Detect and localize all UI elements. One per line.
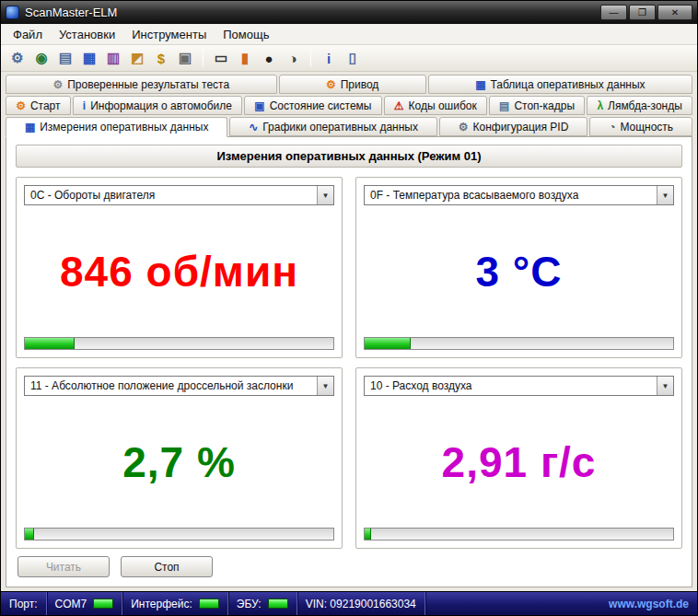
terminal-icon[interactable]: ▭ bbox=[210, 48, 232, 69]
pid-select[interactable]: 0C - Обороты двигателя ▼ bbox=[24, 185, 334, 205]
pid-select[interactable]: 0F - Температура всасываемого воздуха ▼ bbox=[364, 185, 674, 205]
toolbar-separator bbox=[310, 49, 311, 67]
tab-drive[interactable]: ⚙Привод bbox=[279, 75, 426, 94]
progress-bar bbox=[364, 337, 674, 350]
port-led bbox=[93, 599, 113, 609]
info-icon[interactable]: i bbox=[318, 48, 340, 69]
ecu-status: ЭБУ: bbox=[228, 592, 297, 615]
chevron-down-icon[interactable]: ▼ bbox=[657, 377, 673, 395]
tab-label: Измерения оперативных данных bbox=[40, 121, 208, 134]
port-status: COM7 bbox=[47, 592, 123, 615]
menu-bar: ФайлУстановкиИнструментыПомощь bbox=[1, 24, 697, 45]
menu-file[interactable]: Файл bbox=[5, 25, 51, 44]
tab-label: Стоп-кадры bbox=[514, 99, 575, 112]
gear-icon: ⚙ bbox=[326, 79, 336, 90]
tab-trouble-codes[interactable]: ⚠Коды ошибок bbox=[384, 96, 487, 115]
read-button[interactable]: Читать bbox=[17, 556, 110, 577]
devices-icon[interactable]: ▯ bbox=[342, 48, 364, 69]
port-value: COM7 bbox=[55, 598, 87, 610]
menu-settings[interactable]: Установки bbox=[51, 25, 123, 44]
progress-fill bbox=[365, 529, 371, 540]
ecu-led bbox=[268, 599, 288, 609]
clock-icon[interactable]: ◑ bbox=[282, 48, 304, 69]
tab-live-data-table[interactable]: ▦Таблица оперативных данных bbox=[428, 75, 692, 94]
graph-icon: ∿ bbox=[249, 122, 258, 133]
pid-select-value: 0C - Обороты двигателя bbox=[30, 189, 155, 202]
chevron-down-icon[interactable]: ▼ bbox=[317, 186, 333, 204]
menu-tools[interactable]: Инструменты bbox=[123, 25, 215, 44]
chart-icon[interactable]: ▥ bbox=[102, 48, 124, 69]
palette-icon[interactable]: ◩ bbox=[126, 48, 148, 69]
gear-icon: ⚙ bbox=[52, 79, 63, 90]
pid-select-value: 10 - Расход воздуха bbox=[370, 379, 471, 392]
vin-value: VIN: 09219001663034 bbox=[297, 592, 425, 615]
interface-status: Интерфейс: bbox=[122, 592, 228, 615]
pid-select[interactable]: 11 - Абсолютное положение дроссельной за… bbox=[24, 376, 334, 396]
tab-row-3: ▦Измерения оперативных данных∿Графики оп… bbox=[6, 117, 692, 136]
globe-icon[interactable]: ◉ bbox=[30, 48, 52, 69]
title-bar: ScanMaster-ELM — ❐ ✕ bbox=[1, 1, 697, 24]
progress-fill bbox=[25, 338, 75, 349]
tab-label: Таблица оперативных данных bbox=[491, 78, 646, 91]
tab-label: Конфигурация PID bbox=[472, 121, 568, 134]
interface-label: Интерфейс: bbox=[131, 598, 192, 610]
progress-fill bbox=[25, 529, 34, 540]
tab-live-measurements[interactable]: ▦Измерения оперативных данных bbox=[6, 117, 227, 137]
gear-icon: ⚙ bbox=[459, 122, 469, 133]
tab-label: Проверенные результаты теста bbox=[67, 78, 229, 91]
panel-throttle-position: 11 - Абсолютное положение дроссельной за… bbox=[16, 367, 343, 549]
battery-icon[interactable]: ▮ bbox=[234, 48, 256, 69]
clipboard-icon[interactable]: ▣ bbox=[174, 48, 196, 69]
tab-lambda-sensors[interactable]: λЛямбда-зонды bbox=[587, 96, 692, 115]
chevron-down-icon[interactable]: ▼ bbox=[317, 377, 333, 395]
panel-engine-rpm: 0C - Обороты двигателя ▼ 846 об/мин bbox=[16, 177, 343, 358]
document-icon[interactable]: ▤ bbox=[54, 48, 76, 69]
tab-label: Мощность bbox=[620, 121, 673, 134]
live-value: 2,7 % bbox=[24, 396, 334, 528]
panel-air-flow: 10 - Расход воздуха ▼ 2,91 г/с bbox=[355, 367, 682, 549]
tab-freeze-frames[interactable]: ▤Стоп-кадры bbox=[489, 96, 585, 115]
pid-select-value: 0F - Температура всасываемого воздуха bbox=[370, 189, 578, 202]
wrench-icon[interactable]: ⚙ bbox=[6, 48, 29, 69]
live-value: 3 °C bbox=[364, 205, 674, 337]
tab-row-1: ⚙Проверенные результаты теста⚙Привод▦Таб… bbox=[6, 75, 692, 94]
progress-bar bbox=[24, 528, 334, 540]
live-value: 2,91 г/с bbox=[364, 396, 674, 528]
pid-select[interactable]: 10 - Расход воздуха ▼ bbox=[364, 376, 674, 396]
menu-help[interactable]: Помощь bbox=[215, 25, 277, 44]
tab-label: Коды ошибок bbox=[409, 99, 477, 112]
panel-intake-air-temp: 0F - Температура всасываемого воздуха ▼ … bbox=[355, 177, 682, 358]
progress-bar bbox=[364, 528, 674, 540]
progress-fill bbox=[365, 338, 411, 349]
tab-label: Информация о автомобиле bbox=[90, 99, 232, 112]
app-window: ScanMaster-ELM — ❐ ✕ ФайлУстановкиИнстру… bbox=[0, 0, 698, 616]
panel-grid: 0C - Обороты двигателя ▼ 846 об/мин 0F -… bbox=[16, 177, 682, 549]
tab-system-status[interactable]: ▣Состояние системы bbox=[244, 96, 381, 115]
table-icon[interactable]: ▦ bbox=[78, 48, 100, 69]
gauge-icon: ◔ bbox=[609, 122, 615, 133]
tab-pid-config[interactable]: ⚙Конфигурация PID bbox=[439, 117, 587, 136]
client-area: ⚙Проверенные результаты теста⚙Привод▦Таб… bbox=[1, 72, 697, 591]
wgsoft-link[interactable]: www.wgsoft.de bbox=[609, 598, 689, 610]
currency-icon[interactable]: $ bbox=[150, 48, 172, 69]
tab-start[interactable]: ⚙Старт bbox=[6, 96, 71, 115]
tab-label: Привод bbox=[341, 78, 379, 91]
minimize-icon[interactable]: — bbox=[600, 5, 627, 20]
tab-test-results[interactable]: ⚙Проверенные результаты теста bbox=[6, 75, 277, 94]
lambda-icon: λ bbox=[597, 100, 603, 111]
live-data-page: Измерения оперативных данных (Режим 01) … bbox=[6, 136, 692, 587]
chevron-down-icon[interactable]: ▼ bbox=[657, 186, 673, 204]
status-bar: Порт: COM7 Интерфейс: ЭБУ: VIN: 09219001… bbox=[1, 591, 697, 615]
tab-vehicle-info[interactable]: iИнформация о автомобиле bbox=[73, 96, 242, 115]
tab-power[interactable]: ◔Мощность bbox=[589, 117, 692, 136]
statusbar-link-cell: www.wgsoft.de bbox=[600, 592, 697, 615]
stop-button[interactable]: Стоп bbox=[121, 556, 213, 577]
tab-label: Старт bbox=[30, 99, 61, 112]
tab-live-graphs[interactable]: ∿Графики оперативных данных bbox=[229, 117, 437, 136]
close-icon[interactable]: ✕ bbox=[657, 5, 692, 20]
info-icon: i bbox=[83, 100, 86, 111]
toolbar-separator bbox=[203, 49, 204, 67]
table-icon: ▦ bbox=[475, 79, 485, 90]
sphere-icon[interactable]: ● bbox=[258, 48, 280, 69]
maximize-icon[interactable]: ❐ bbox=[629, 5, 656, 20]
